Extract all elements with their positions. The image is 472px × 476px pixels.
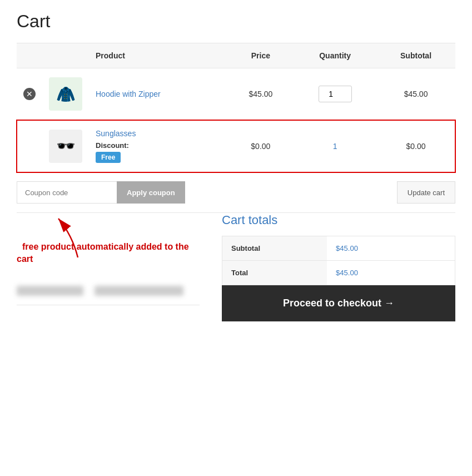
col-header-price: Price <box>228 43 294 68</box>
subtotal-sunglasses: $0.00 <box>376 120 455 172</box>
product-thumbnail-sunglasses: 🕶️ <box>49 130 82 163</box>
totals-table: Subtotal $45.00 Total $45.00 <box>222 236 455 285</box>
col-header-quantity: Quantity <box>294 43 376 68</box>
bottom-section: free product automatically added to the … <box>17 213 455 321</box>
product-name-sunglasses: Sunglasses Discount: Free <box>89 120 228 172</box>
blurred-row <box>17 277 200 305</box>
blurred-item-2 <box>95 286 183 296</box>
price-hoodie: $45.00 <box>228 68 294 120</box>
free-badge: Free <box>96 152 121 163</box>
cart-table-wrapper: Product Price Quantity Subtotal ✕ 🧥 Hood… <box>17 43 455 172</box>
cart-totals-section: Cart totals Subtotal $45.00 Total $45.00… <box>222 213 455 321</box>
arrow-annotation <box>33 196 106 263</box>
close-icon: ✕ <box>23 88 36 100</box>
table-row-sunglasses: 🕶️ Sunglasses Discount: Free $0.00 1 $0.… <box>17 120 455 172</box>
apply-coupon-button[interactable]: Apply coupon <box>117 181 185 204</box>
total-label: Total <box>222 261 327 285</box>
price-sunglasses: $0.00 <box>228 120 294 172</box>
quantity-sunglasses: 1 <box>333 142 337 151</box>
product-name-hoodie: Hoodie with Zipper <box>89 68 228 120</box>
product-thumbnail-hoodie: 🧥 <box>49 77 82 111</box>
product-link-sunglasses[interactable]: Sunglasses <box>96 129 136 138</box>
quantity-input-hoodie[interactable] <box>319 86 352 102</box>
cart-table: Product Price Quantity Subtotal ✕ 🧥 Hood… <box>17 43 455 172</box>
totals-total-row: Total $45.00 <box>222 261 455 285</box>
discount-label: Discount: <box>96 141 221 150</box>
cart-totals-title: Cart totals <box>222 213 455 227</box>
col-header-subtotal: Subtotal <box>376 43 455 68</box>
col-header-product: Product <box>89 43 228 68</box>
subtotal-label: Subtotal <box>222 236 327 260</box>
totals-subtotal-row: Subtotal $45.00 <box>222 236 455 261</box>
remove-hoodie-button[interactable]: ✕ <box>23 88 36 100</box>
update-cart-button[interactable]: Update cart <box>397 181 455 204</box>
left-bottom: free product automatically added to the … <box>17 213 200 321</box>
product-link-hoodie[interactable]: Hoodie with Zipper <box>96 90 161 98</box>
blurred-item-1 <box>17 286 83 296</box>
proceed-to-checkout-button[interactable]: Proceed to checkout → <box>222 285 455 321</box>
annotation-area: free product automatically added to the … <box>17 213 200 305</box>
table-row: ✕ 🧥 Hoodie with Zipper $45.00 $45.00 <box>17 68 455 120</box>
subtotal-hoodie: $45.00 <box>376 68 455 120</box>
page-title: Cart <box>17 11 455 32</box>
subtotal-value: $45.00 <box>327 236 455 260</box>
total-value: $45.00 <box>327 261 455 285</box>
